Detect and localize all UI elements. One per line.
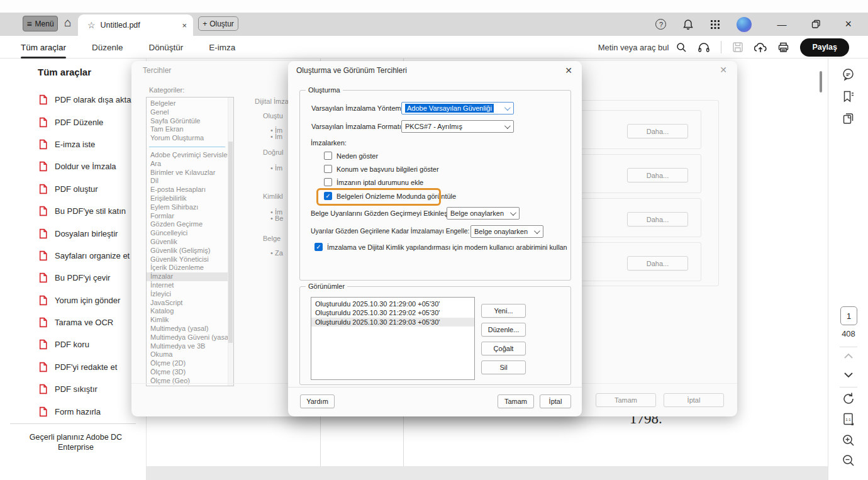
comments-icon[interactable] — [841, 67, 855, 82]
category-adobe-çevrimiçi-servisleri[interactable]: Adobe Çevrimiçi Servisleri — [147, 151, 228, 160]
sidebar-item-pdf-yi-redakte-et[interactable]: PDF'yi redakte et — [0, 356, 147, 378]
edit-appearance-button[interactable]: Düzenle... — [481, 323, 526, 337]
zoom-in-icon[interactable] — [842, 433, 855, 447]
category-ölçme-geo[interactable]: Ölçme (Geo) — [147, 377, 228, 386]
appearance-item[interactable]: Oluşturuldu 2025.10.30 21:29:00 +05'30' — [311, 299, 474, 308]
category-javascript[interactable]: JavaScript — [147, 299, 228, 308]
appearance-item[interactable]: Oluşturuldu 2025.10.30 21:29:03 +05'30' — [311, 318, 474, 327]
help-button[interactable]: Yardım — [300, 394, 335, 408]
review-warnings-select[interactable]: Belge onaylarken — [447, 207, 520, 220]
restore-button[interactable] — [811, 20, 821, 29]
minimize-button[interactable]: — — [777, 19, 786, 30]
more-button-4[interactable]: Daha... — [627, 256, 688, 271]
menu-button[interactable]: ≡ Menü — [23, 16, 58, 31]
category-dil[interactable]: Dil — [147, 177, 228, 186]
actual-size-icon[interactable]: 1:1 — [842, 412, 855, 427]
document-scrollbar-thumb[interactable] — [820, 71, 822, 92]
apps-grid-icon[interactable] — [710, 20, 720, 30]
category-kimlik[interactable]: Kimlik — [147, 316, 228, 325]
create-button[interactable]: + Oluştur — [198, 16, 238, 31]
categories-scrollbar-thumb[interactable] — [228, 142, 233, 343]
category-formlar[interactable]: Formlar — [147, 212, 228, 221]
preferences-close-icon[interactable]: ✕ — [720, 65, 727, 75]
category-ölçme-2d[interactable]: Ölçme (2D) — [147, 359, 228, 368]
category-okuma[interactable]: Okuma — [147, 350, 228, 359]
toolbar-tab-dönüştür[interactable]: Dönüştür — [149, 36, 184, 59]
previous-page-icon[interactable] — [843, 353, 854, 359]
category-i-mzalar[interactable]: İmzalar — [147, 272, 228, 281]
save-icon[interactable] — [732, 42, 743, 53]
default-method-select[interactable]: Adobe Varsayılan Güvenliği — [401, 102, 514, 114]
category-birimler-ve-kılavuzlar[interactable]: Birimler ve Kılavuzlar — [147, 169, 228, 177]
tab-close-icon[interactable]: × — [182, 21, 187, 30]
checkbox-icon[interactable] — [324, 165, 332, 173]
sidebar-item-form-hazırla[interactable]: Form hazırla — [0, 400, 147, 422]
category-multimedya-ve-3b[interactable]: Multimedya ve 3B — [147, 342, 228, 351]
category-tam-ekran[interactable]: Tam Ekran — [147, 125, 228, 134]
category-katalog[interactable]: Katalog — [147, 307, 228, 316]
avatar[interactable] — [737, 17, 752, 32]
read-aloud-icon[interactable] — [698, 42, 710, 53]
category-multimedya-yasal[interactable]: Multimedya (yasal) — [147, 325, 228, 333]
checkbox-row-neden-göster[interactable]: Neden göster — [324, 152, 378, 160]
prefs-ok-button[interactable]: Tamam — [596, 393, 656, 407]
search-icon[interactable] — [676, 42, 687, 53]
category-e-posta-hesapları[interactable]: E-posta Hesapları — [147, 186, 228, 194]
help-icon[interactable]: ? — [655, 19, 666, 30]
home-icon[interactable]: ⌂ — [64, 16, 71, 30]
category-belgeler[interactable]: Belgeler — [147, 99, 228, 108]
share-button[interactable]: Paylaş — [800, 38, 849, 57]
checkbox-icon[interactable] — [324, 152, 332, 160]
sidebar-item-tarama-ve-ocr[interactable]: Tarama ve OCR — [0, 311, 147, 333]
sidebar-item-bu-pdf-yi-çevir[interactable]: Bu PDF'yi çevir — [0, 267, 147, 289]
more-button-1[interactable]: Daha... — [627, 124, 688, 138]
checkbox-checked-icon[interactable]: ✓ — [324, 192, 332, 200]
checkbox-row-belgeleri-önizleme-modunda-görüntüle[interactable]: ✓Belgeleri Önizleme Modunda görüntüle — [324, 192, 456, 200]
modern-ui-checkbox-row[interactable]: ✓ İmzalama ve Dijital Kimlik yapılandırm… — [314, 243, 567, 251]
sidebar-item-bu-pdf-ye-stil-katın[interactable]: Bu PDF'ye stil katın — [0, 200, 147, 222]
sidebar-item-dosyaları-birleştir[interactable]: Dosyaları birleştir — [0, 222, 147, 244]
category-i-çerik-düzenleme[interactable]: İçerik Düzenleme — [147, 264, 228, 272]
category-genel[interactable]: Genel — [147, 108, 228, 117]
sidebar-item-yorum-için-gönder[interactable]: Yorum için gönder — [0, 289, 147, 311]
toolbar-tab-düzenle[interactable]: Düzenle — [92, 36, 123, 59]
page-thumbnails-icon[interactable] — [841, 111, 855, 126]
checkbox-row-konum-ve-başvuru-bilgileri-göster[interactable]: Konum ve başvuru bilgileri göster — [324, 165, 439, 173]
category-i-zleyici[interactable]: İzleyici — [147, 290, 228, 299]
more-button-3[interactable]: Daha... — [627, 212, 688, 226]
delete-appearance-button[interactable]: Sil — [481, 360, 526, 374]
prefs-cancel-button[interactable]: İptal — [664, 393, 724, 407]
prevent-signing-select[interactable]: Belge onaylarken — [470, 225, 543, 238]
bookmarks-icon[interactable] — [841, 89, 855, 104]
sidebar-item-pdf-sıkıştır[interactable]: PDF sıkıştır — [0, 378, 147, 400]
toolbar-tab-e-imza[interactable]: E-imza — [209, 36, 235, 59]
toolbar-tab-tüm-araçlar[interactable]: Tüm araçlar — [21, 36, 66, 59]
sidebar-item-sayfaları-organize-et[interactable]: Sayfaları organize et — [0, 245, 147, 267]
zoom-out-icon[interactable] — [842, 454, 855, 467]
sidebar-item-pdf-olarak-dışa-aktar[interactable]: PDF olarak dışa aktar — [0, 89, 147, 111]
duplicate-appearance-button[interactable]: Çoğalt — [481, 342, 526, 355]
category-yorum-oluşturma[interactable]: Yorum Oluşturma — [147, 134, 228, 143]
category-eylem-sihirbazı[interactable]: Eylem Sihirbazı — [147, 203, 228, 212]
sidebar-item-pdf-düzenle[interactable]: PDF Düzenle — [0, 111, 147, 133]
category-güvenlik-gelişmiş[interactable]: Güvenlik (Gelişmiş) — [147, 247, 228, 255]
category-gözden-geçirme[interactable]: Gözden Geçirme — [147, 220, 228, 229]
category-ara[interactable]: Ara — [147, 160, 228, 169]
creation-dialog-close-icon[interactable]: ✕ — [565, 65, 572, 75]
checkbox-icon[interactable] — [324, 178, 332, 186]
appearance-item[interactable]: Oluşturuldu 2025.10.30 21:29:02 +05'30' — [311, 308, 474, 317]
cancel-button[interactable]: İptal — [540, 394, 571, 408]
print-icon[interactable] — [777, 42, 789, 53]
sidebar-item-pdf-oluştur[interactable]: PDF oluştur — [0, 178, 147, 200]
ok-button[interactable]: Tamam — [498, 394, 534, 408]
star-icon[interactable]: ☆ — [87, 20, 96, 30]
document-tab[interactable]: ☆ Untitled.pdf × — [78, 14, 193, 36]
sidebar-item-e-imza-iste[interactable]: E-imza iste — [0, 133, 147, 155]
rotate-icon[interactable] — [842, 392, 855, 406]
category-erişilebilirlik[interactable]: Erişilebilirlik — [147, 194, 228, 203]
new-appearance-button[interactable]: Yeni... — [481, 304, 526, 318]
close-window-button[interactable]: × — [845, 18, 852, 31]
category-güncelleyici[interactable]: Güncelleyici — [147, 229, 228, 238]
next-page-icon[interactable] — [843, 372, 854, 378]
sidebar-item-pdf-koru[interactable]: PDF koru — [0, 333, 147, 355]
